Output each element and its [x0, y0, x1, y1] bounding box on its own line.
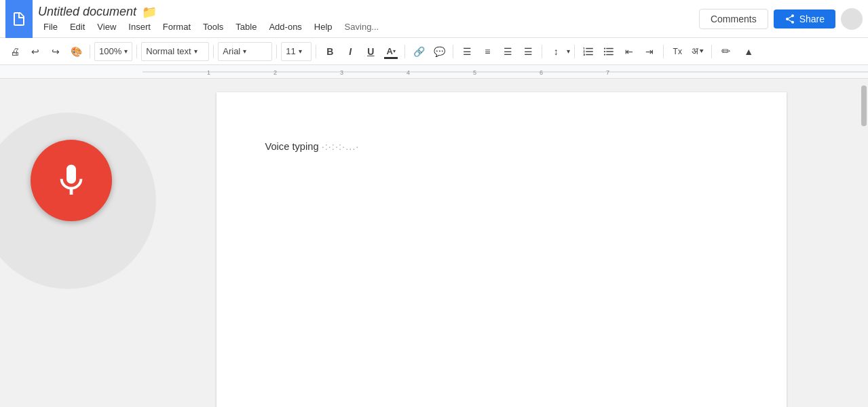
- size-arrow: ▾: [299, 47, 302, 55]
- toolbar: 🖨 ↩ ↪ 🎨 100% ▾ Normal text ▾ Arial ▾ 11 …: [0, 38, 868, 65]
- menu-addons[interactable]: Add-ons: [263, 20, 307, 33]
- doc-text-content: Voice typing: [265, 141, 319, 152]
- svg-text:2: 2: [273, 69, 277, 76]
- underline-button[interactable]: U: [361, 42, 380, 61]
- decrease-indent-button[interactable]: ⇤: [620, 42, 639, 61]
- separator-9: [574, 45, 575, 58]
- scrollbar-thumb[interactable]: [861, 85, 867, 126]
- menu-format[interactable]: Format: [157, 20, 196, 33]
- separator-3: [213, 45, 214, 58]
- bullet-list-button[interactable]: [599, 42, 618, 61]
- ruler: 1 2 3 4 5 6 7: [0, 65, 868, 79]
- menu-view[interactable]: View: [92, 20, 121, 33]
- ruler-content: 1 2 3 4 5 6 7: [143, 65, 868, 78]
- separator-11: [711, 45, 712, 58]
- document-area[interactable]: Voice typing ·:·:·:·...·: [143, 79, 860, 407]
- comment-inline-button[interactable]: 💬: [430, 42, 449, 61]
- main-area: Voice typing ·:·:·:·...·: [0, 79, 868, 407]
- menu-file[interactable]: File: [38, 20, 63, 33]
- user-avatar[interactable]: [841, 8, 863, 30]
- document[interactable]: Voice typing ·:·:·:·...·: [216, 92, 787, 407]
- document-content[interactable]: Voice typing ·:·:·:·...·: [265, 141, 738, 152]
- separator-7: [453, 45, 453, 58]
- more-options-button[interactable]: अ▾: [688, 42, 707, 61]
- title-bar: Untitled document 📁 File Edit View Inser…: [0, 0, 868, 38]
- scrollbar-track[interactable]: [860, 79, 868, 407]
- paint-format-button[interactable]: 🎨: [67, 42, 86, 61]
- menu-table[interactable]: Table: [230, 20, 262, 33]
- title-section: Untitled document 📁 File Edit View Inser…: [38, 5, 699, 33]
- separator-5: [316, 45, 316, 58]
- zoom-dropdown[interactable]: 100% ▾: [94, 42, 132, 61]
- doc-title[interactable]: Untitled document: [38, 5, 136, 19]
- font-size-dropdown[interactable]: 11 ▾: [281, 42, 312, 61]
- separator-6: [404, 45, 405, 58]
- line-spacing-button[interactable]: ↕: [546, 42, 565, 61]
- doc-cursor-dots: ·:·:·:·...·: [322, 141, 360, 152]
- style-arrow: ▾: [194, 47, 197, 55]
- svg-text:4: 4: [407, 69, 410, 76]
- menu-help[interactable]: Help: [309, 20, 338, 33]
- text-color-button[interactable]: A ▾: [381, 42, 400, 61]
- menu-insert[interactable]: Insert: [123, 20, 156, 33]
- font-arrow: ▾: [243, 47, 246, 55]
- align-left-button[interactable]: ☰: [457, 42, 476, 61]
- menu-edit[interactable]: Edit: [64, 20, 90, 33]
- bold-button[interactable]: B: [320, 42, 339, 61]
- zoom-arrow: ▾: [124, 47, 128, 55]
- separator-1: [90, 45, 90, 58]
- svg-text:3: 3: [340, 69, 343, 76]
- share-button[interactable]: Share: [774, 9, 835, 28]
- separator-10: [663, 45, 664, 58]
- menu-tools[interactable]: Tools: [197, 20, 229, 33]
- clear-format-button[interactable]: Tx: [668, 42, 687, 61]
- align-justify-button[interactable]: ☰: [518, 42, 537, 61]
- align-right-button[interactable]: ☰: [498, 42, 517, 61]
- numbered-list-button[interactable]: [579, 42, 598, 61]
- header-actions: Comments Share: [699, 8, 863, 30]
- voice-typing-button[interactable]: [31, 140, 112, 221]
- svg-text:1: 1: [207, 69, 210, 76]
- app-icon: [5, 0, 33, 38]
- left-panel: [0, 79, 143, 407]
- italic-button[interactable]: I: [341, 42, 360, 61]
- increase-indent-button[interactable]: ⇥: [640, 42, 659, 61]
- redo-button[interactable]: ↪: [46, 42, 65, 61]
- collapse-toolbar-button[interactable]: ▲: [739, 42, 758, 61]
- separator-8: [542, 45, 542, 58]
- pen-button[interactable]: ✏: [716, 42, 735, 61]
- print-button[interactable]: 🖨: [5, 42, 24, 61]
- align-center-button[interactable]: ≡: [478, 42, 497, 61]
- undo-button[interactable]: ↩: [26, 42, 45, 61]
- folder-icon[interactable]: 📁: [142, 5, 157, 20]
- style-dropdown[interactable]: Normal text ▾: [141, 42, 209, 61]
- svg-text:7: 7: [606, 69, 609, 76]
- separator-4: [276, 45, 277, 58]
- line-spacing-arrow: ▾: [567, 47, 570, 55]
- font-dropdown[interactable]: Arial ▾: [218, 42, 272, 61]
- menu-bar: File Edit View Insert Format Tools Table…: [38, 20, 699, 33]
- svg-text:5: 5: [473, 69, 476, 76]
- scrollbar-panel: [860, 79, 868, 407]
- svg-text:6: 6: [540, 69, 543, 76]
- comments-button[interactable]: Comments: [699, 9, 768, 29]
- link-button[interactable]: 🔗: [409, 42, 428, 61]
- saving-status: Saving...: [345, 22, 379, 32]
- separator-2: [136, 45, 137, 58]
